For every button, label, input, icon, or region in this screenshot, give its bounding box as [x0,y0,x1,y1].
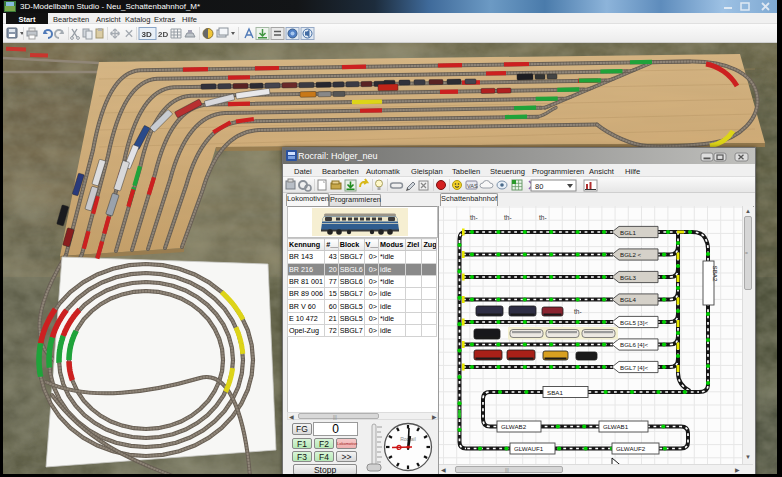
svg-text:GLWAB2: GLWAB2 [501,423,527,430]
svg-text:BGL3: BGL3 [620,274,636,281]
svg-text:SBA2: SBA2 [712,266,719,282]
svg-text:3D: 3D [142,30,152,39]
svg-text:GLWAUF2: GLWAUF2 [616,445,646,452]
svg-text:80: 80 [535,182,543,191]
svg-text:VAS: VAS [467,183,478,189]
svg-text:BGL2 <: BGL2 < [620,251,642,258]
svg-text:th-: th- [539,214,547,221]
svg-text:BGL1: BGL1 [620,229,636,236]
svg-text:BGL6 [4]<: BGL6 [4]< [620,341,648,348]
svg-text:th-: th- [574,308,582,315]
svg-text:th-: th- [504,214,512,221]
svg-text:BGL5 [3]<: BGL5 [3]< [620,319,648,326]
svg-text:BGL7 [4]<: BGL7 [4]< [620,364,648,371]
svg-text:GLWAUF1: GLWAUF1 [514,445,544,452]
svg-text:SBA1: SBA1 [547,389,563,396]
svg-text:2D: 2D [158,30,168,39]
svg-text:th-: th- [470,214,478,221]
svg-text:BGL4: BGL4 [620,296,636,303]
svg-text:GLWAB1: GLWAB1 [603,423,629,430]
